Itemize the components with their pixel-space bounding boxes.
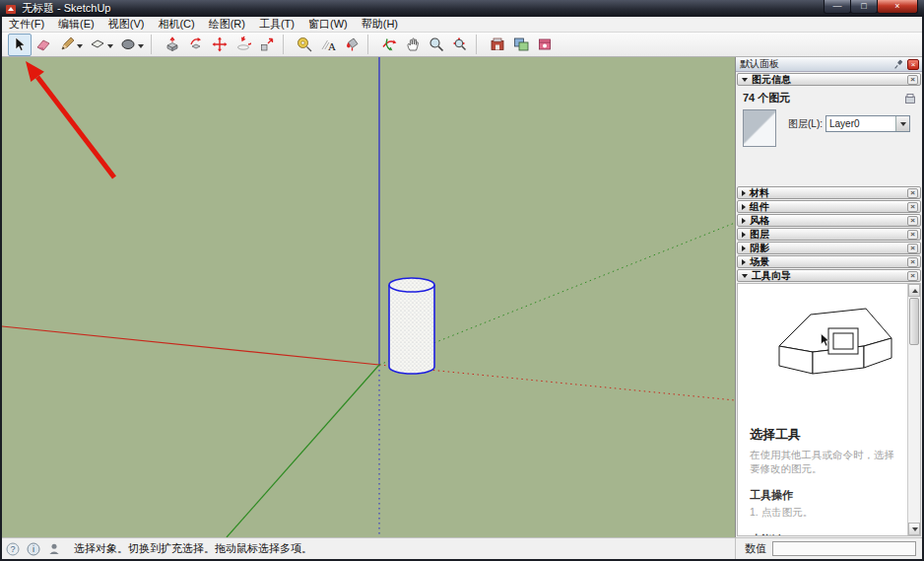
toolbar-separator [476, 35, 483, 54]
scale-tool[interactable] [255, 34, 279, 56]
panel-section-components[interactable]: 组件× [737, 200, 921, 213]
entity-info-header[interactable]: 图元信息 × [737, 73, 921, 86]
scrollbar-track[interactable] [908, 346, 920, 523]
section-close-button[interactable]: × [907, 257, 918, 267]
menu-item-view[interactable]: 视图(V) [101, 16, 152, 33]
dropdown-arrow-icon[interactable] [138, 44, 144, 48]
panel-close-button[interactable]: × [907, 59, 919, 70]
window-controls: — □ × [824, 0, 918, 17]
house-illustration [777, 297, 893, 390]
tape-measure-tool-icon [297, 36, 312, 52]
scroll-up-icon[interactable] [908, 284, 920, 297]
red-axis [2, 326, 379, 365]
measurement-label: 数值 [735, 538, 772, 559]
panel-section-materials[interactable]: 材料× [737, 186, 921, 199]
section-close-button[interactable]: × [907, 244, 918, 253]
svg-text:i: i [33, 544, 34, 554]
paint-bucket-tool[interactable] [340, 34, 363, 56]
zoom-extents-tool[interactable] [448, 34, 472, 56]
text-tool[interactable]: A [316, 34, 340, 56]
instructor-content: 选择工具 在使用其他工具或命令时，选择要修改的图元。 工具操作 1. 点击图元。… [738, 284, 907, 535]
instructor-close-button[interactable]: × [907, 271, 918, 281]
instructor-operations-title: 工具操作 [750, 488, 897, 503]
dropdown-arrow-icon[interactable] [77, 44, 83, 48]
minimize-icon: — [833, 2, 842, 11]
instructor-scrollbar[interactable] [907, 284, 920, 535]
menu-item-file[interactable]: 文件(F) [2, 16, 51, 33]
extensions-tool[interactable] [533, 34, 557, 56]
panel-title: 默认面板 [740, 57, 893, 71]
share-model-tool[interactable] [509, 34, 533, 56]
panel-section-styles[interactable]: 风格× [737, 214, 921, 227]
menu-item-draw[interactable]: 绘图(R) [202, 16, 252, 33]
entity-count: 74 个图元 [743, 91, 904, 105]
menu-item-edit[interactable]: 编辑(E) [51, 16, 101, 33]
instructor-description: 在使用其他工具或命令时，选择要修改的图元。 [750, 448, 897, 475]
maximize-button[interactable]: □ [850, 0, 878, 14]
follow-me-tool[interactable] [184, 34, 208, 56]
panel-section-shadows[interactable]: 阴影× [737, 242, 921, 254]
measurement-input[interactable] [772, 541, 916, 556]
zoom-extents-tool-icon [452, 36, 468, 52]
shapes-tool[interactable] [86, 34, 116, 56]
zoom-tool[interactable] [425, 34, 448, 56]
scroll-down-icon[interactable] [908, 523, 920, 535]
menu-item-camera[interactable]: 相机(C) [151, 16, 201, 33]
cursor-icon [821, 333, 830, 349]
scrollbar-thumb[interactable] [909, 298, 919, 345]
entity-info-close-button[interactable]: × [907, 75, 918, 85]
dropdown-arrow-icon[interactable] [107, 44, 113, 48]
panel-title-bar[interactable]: 默认面板 × [736, 57, 922, 72]
tape-measure-tool[interactable] [293, 34, 316, 56]
menu-item-tools[interactable]: 工具(T) [252, 16, 301, 33]
layer-dropdown[interactable]: Layer0 [825, 115, 910, 132]
eraser-tool-icon [35, 36, 51, 52]
status-bar: ? i 选择对象。切换到扩充选择。拖动鼠标选择多项。 数值 [2, 537, 922, 559]
minimize-button[interactable]: — [824, 0, 851, 14]
menu-item-help[interactable]: 帮助(H) [355, 16, 405, 33]
section-title: 组件 [750, 200, 907, 214]
info-icon[interactable]: i [27, 542, 40, 556]
panel-section-scenes[interactable]: 场景× [737, 255, 921, 268]
line-tool[interactable] [55, 34, 86, 56]
entity-thumbnail [743, 109, 776, 147]
panel-section-layers[interactable]: 图层× [737, 228, 921, 241]
move-tool-icon [212, 36, 228, 52]
circle-tool[interactable] [116, 34, 147, 56]
toolbar: A [2, 33, 922, 57]
share-model-tool-icon [513, 36, 529, 52]
instructor-keys-title: 功能键 [750, 532, 897, 535]
section-close-button[interactable]: × [907, 188, 918, 198]
section-title: 阴影 [750, 242, 907, 255]
status-message: 选择对象。切换到扩充选择。拖动鼠标选择多项。 [74, 541, 735, 556]
entity-info-body: 74 个图元 图层(L): Layer0 [736, 86, 922, 185]
push-pull-tool-icon [165, 36, 180, 52]
pin-icon[interactable] [893, 59, 904, 70]
warehouse-tool[interactable] [486, 34, 509, 56]
viewport[interactable] [2, 57, 735, 537]
expand-arrow-icon [742, 232, 746, 238]
section-close-button[interactable]: × [907, 216, 918, 226]
entity-detail-icon[interactable] [904, 93, 916, 105]
menu-item-window[interactable]: 窗口(W) [301, 16, 355, 33]
pan-tool[interactable] [401, 34, 425, 56]
warehouse-tool-icon [490, 36, 505, 52]
layer-dropdown-arrow-icon[interactable] [895, 116, 909, 131]
instructor-header[interactable]: 工具向导 × [737, 269, 921, 282]
eraser-tool[interactable] [32, 34, 55, 56]
move-tool[interactable] [208, 34, 231, 56]
cylinder-entity[interactable] [389, 278, 434, 374]
rotate-tool[interactable] [231, 34, 255, 56]
section-title: 图层 [750, 228, 907, 242]
title-bar[interactable]: 无标题 - SketchUp — □ × [0, 0, 924, 17]
help-icon[interactable]: ? [6, 542, 20, 556]
section-close-button[interactable]: × [907, 230, 918, 240]
geolocation-icon[interactable] [47, 542, 61, 556]
select-tool[interactable] [8, 34, 32, 56]
orbit-tool[interactable] [377, 34, 401, 56]
push-pull-tool[interactable] [161, 34, 184, 56]
follow-me-tool-icon [188, 36, 204, 52]
close-button[interactable]: × [877, 0, 918, 14]
line-tool-icon [59, 36, 75, 52]
section-close-button[interactable]: × [907, 202, 918, 212]
